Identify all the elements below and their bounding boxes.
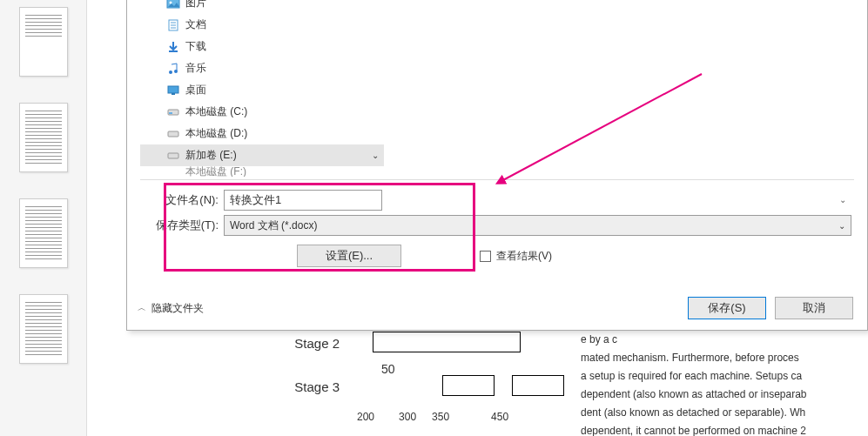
music-icon <box>166 62 180 76</box>
save-as-dialog: 图片 文档 下载 音乐 桌面 本地磁盘 (C:) 本地磁盘 (D:) 新加卷 <box>126 0 868 331</box>
tree-item-disk-d[interactable]: 本地磁盘 (D:) <box>140 123 384 144</box>
x-axis-ticks: 200 300 350 450 <box>357 411 508 423</box>
svg-rect-12 <box>169 112 172 114</box>
tree-item-desktop[interactable]: 桌面 <box>140 79 384 101</box>
gantt-chart: 100 Stage 2 50 Stage 3 <box>287 331 636 414</box>
disk-icon <box>166 149 180 163</box>
tree-item-label: 文档 <box>185 17 206 32</box>
view-result-label: 查看结果(V) <box>496 249 552 264</box>
settings-button[interactable]: 设置(E)... <box>297 245 401 267</box>
filename-label: 文件名(N): <box>149 192 219 208</box>
checkbox-icon <box>480 251 491 262</box>
svg-point-7 <box>169 70 172 74</box>
tree-item-documents[interactable]: 文档 <box>140 14 384 36</box>
hide-folders-toggle[interactable]: ︿ 隐藏文件夹 <box>138 301 204 316</box>
save-fields: 文件名(N): ⌄ 保存类型(T): Word 文档 (*.docx) ⌄ 设置… <box>149 185 851 267</box>
svg-point-1 <box>170 1 172 3</box>
page-thumbnail[interactable] <box>19 103 68 172</box>
hide-folders-label: 隐藏文件夹 <box>151 301 204 316</box>
folder-tree[interactable]: 图片 文档 下载 音乐 桌面 本地磁盘 (C:) 本地磁盘 (D:) 新加卷 <box>140 0 384 177</box>
thumbnail-pane[interactable] <box>0 0 87 436</box>
tree-item-label: 本地磁盘 (D:) <box>185 126 247 141</box>
tick-label: 50 <box>381 362 395 376</box>
page-thumbnail[interactable] <box>19 294 68 364</box>
chevron-up-icon: ︿ <box>138 302 146 314</box>
tree-item-label: 图片 <box>185 0 206 10</box>
tree-item-label: 音乐 <box>185 61 206 76</box>
page-thumbnail[interactable] <box>19 7 68 77</box>
desktop-icon <box>166 84 180 97</box>
gantt-bar <box>373 332 521 352</box>
tree-item-label: 本地磁盘 (C:) <box>185 104 247 119</box>
svg-rect-9 <box>168 86 178 93</box>
svg-rect-13 <box>168 131 178 137</box>
tree-item-label: 下载 <box>185 39 206 54</box>
tree-item-disk-f[interactable]: 本地磁盘 (F:) <box>140 166 384 177</box>
gantt-bar <box>442 375 495 396</box>
chevron-down-icon: ⌄ <box>838 221 845 231</box>
stage-label: Stage 3 <box>287 379 340 394</box>
filetype-value: Word 文档 (*.docx) <box>230 218 317 233</box>
filename-input[interactable] <box>224 190 382 211</box>
tree-item-pictures[interactable]: 图片 <box>140 0 384 14</box>
disk-icon <box>166 166 180 177</box>
tree-item-downloads[interactable]: 下载 <box>140 36 384 57</box>
tree-item-disk-c[interactable]: 本地磁盘 (C:) <box>140 101 384 123</box>
download-icon <box>166 40 180 54</box>
page-thumbnail[interactable] <box>19 198 68 268</box>
cancel-button[interactable]: 取消 <box>775 297 853 319</box>
tree-item-disk-e[interactable]: 新加卷 (E:) ⌄ <box>140 144 384 166</box>
stage-label: Stage 2 <box>287 336 340 351</box>
save-button[interactable]: 保存(S) <box>688 297 766 319</box>
svg-point-8 <box>174 70 178 73</box>
gantt-bar <box>512 375 564 396</box>
chevron-down-icon: ⌄ <box>372 151 379 160</box>
view-result-checkbox[interactable]: 查看结果(V) <box>480 249 552 264</box>
image-icon <box>166 0 180 10</box>
chevron-down-icon[interactable]: ⌄ <box>839 195 846 205</box>
svg-rect-10 <box>172 93 175 95</box>
filetype-label: 保存类型(T): <box>149 218 219 233</box>
disk-icon <box>166 105 180 119</box>
doc-icon <box>166 18 180 32</box>
filetype-combo[interactable]: Word 文档 (*.docx) ⌄ <box>224 215 851 236</box>
tree-item-label: 本地磁盘 (F:) <box>185 166 246 177</box>
tree-item-label: 桌面 <box>185 83 206 97</box>
tree-item-label: 新加卷 (E:) <box>185 148 237 163</box>
tree-item-music[interactable]: 音乐 <box>140 57 384 79</box>
svg-rect-14 <box>168 153 178 158</box>
disk-icon <box>166 127 180 141</box>
